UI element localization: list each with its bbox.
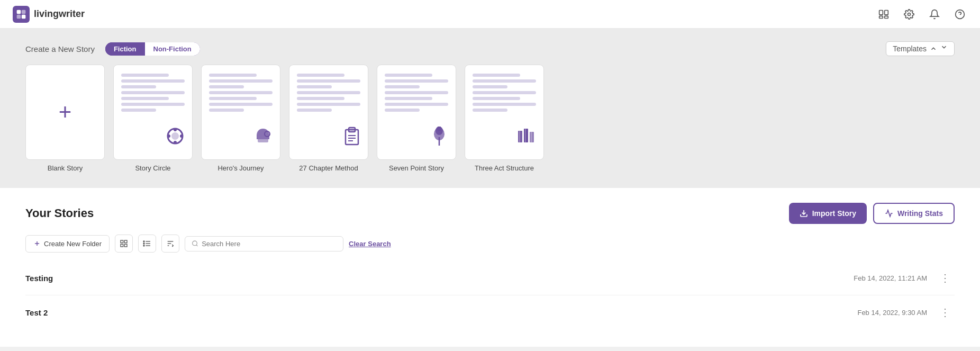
create-folder-button[interactable]: Create New Folder — [25, 235, 110, 253]
clear-search-button[interactable]: Clear Search — [349, 240, 391, 248]
app-logo[interactable]: livingwriter — [13, 6, 85, 23]
table-row: Testing Feb 14, 2022, 11:21 AM ⋮ — [25, 261, 955, 295]
chapter-method-card[interactable]: 27 Chapter Method — [289, 65, 368, 172]
svg-rect-39 — [121, 244, 123, 247]
import-icon — [800, 209, 808, 218]
chapter-method-label: 27 Chapter Method — [299, 164, 358, 172]
svg-point-8 — [908, 13, 911, 15]
non-fiction-tab[interactable]: Non-Fiction — [145, 42, 200, 56]
three-act-card[interactable]: Three Act Structure — [465, 65, 544, 172]
heros-journey-preview — [202, 65, 280, 159]
create-header: Create a New Story Fiction Non-Fiction T… — [25, 41, 955, 56]
story-cards: + Blank Story — [25, 65, 955, 172]
story-date: Feb 14, 2022, 9:30 AM — [857, 309, 927, 317]
stories-actions: Import Story Writing Stats — [789, 203, 955, 224]
sort-button[interactable] — [161, 235, 179, 253]
tree-icon — [430, 127, 448, 150]
svg-rect-4 — [879, 10, 883, 14]
blank-story-card-inner: + — [25, 65, 105, 160]
svg-rect-2 — [17, 14, 21, 19]
blank-story-card[interactable]: + Blank Story — [25, 65, 105, 172]
three-act-preview — [465, 65, 543, 159]
story-more-button[interactable]: ⋮ — [936, 304, 955, 321]
svg-rect-29 — [524, 129, 528, 142]
seven-point-card[interactable]: Seven Point Story — [377, 65, 456, 172]
svg-point-50 — [193, 241, 197, 246]
gear-icon[interactable] — [902, 7, 917, 22]
svg-rect-37 — [121, 240, 123, 243]
svg-rect-3 — [22, 14, 26, 19]
heros-journey-label: Hero's Journey — [217, 164, 264, 172]
grid-view-button[interactable] — [115, 235, 133, 253]
story-meta: Feb 14, 2022, 9:30 AM ⋮ — [857, 304, 955, 321]
three-act-label: Three Act Structure — [475, 164, 534, 172]
svg-point-15 — [167, 134, 170, 138]
search-input[interactable] — [202, 240, 337, 248]
svg-rect-28 — [518, 131, 522, 142]
fiction-tab[interactable]: Fiction — [105, 42, 145, 56]
chapter-method-card-inner — [289, 65, 368, 160]
svg-rect-30 — [530, 132, 534, 142]
search-icon — [192, 240, 198, 247]
svg-line-51 — [196, 245, 197, 246]
svg-point-16 — [180, 134, 183, 138]
list-view-button[interactable] — [138, 235, 156, 253]
story-circle-card[interactable]: Story Circle — [113, 65, 193, 172]
app-header: livingwriter — [0, 0, 980, 29]
grid-icon — [120, 239, 128, 248]
heros-journey-card-inner — [201, 65, 280, 160]
svg-rect-40 — [124, 244, 127, 247]
question-icon[interactable] — [952, 7, 967, 22]
story-name[interactable]: Test 2 — [25, 308, 48, 317]
templates-button[interactable]: Templates — [886, 41, 955, 56]
create-folder-label: Create New Folder — [44, 240, 102, 248]
circle-icon — [166, 127, 185, 150]
seven-point-label: Seven Point Story — [389, 164, 444, 172]
svg-point-12 — [171, 132, 179, 140]
svg-rect-20 — [349, 128, 355, 132]
books-icon — [517, 127, 536, 150]
header-actions — [876, 7, 967, 22]
create-title: Create a New Story — [25, 44, 95, 53]
heros-journey-card[interactable]: Hero's Journey — [201, 65, 280, 172]
stories-section: Your Stories Import Story Writing Stats — [0, 188, 980, 347]
story-circle-label: Story Circle — [135, 164, 170, 172]
writing-stats-button[interactable]: Writing Stats — [873, 203, 955, 224]
sort-icon — [166, 239, 175, 248]
logo-svg — [16, 9, 26, 20]
cards-icon[interactable] — [876, 7, 891, 22]
writing-stats-label: Writing Stats — [897, 209, 943, 218]
search-container — [185, 236, 343, 251]
chapter-method-preview — [289, 65, 368, 159]
svg-rect-6 — [879, 16, 883, 18]
app-name: livingwriter — [34, 8, 85, 20]
import-story-button[interactable]: Import Story — [789, 203, 867, 224]
plus-icon — [33, 240, 41, 247]
seven-point-preview — [377, 65, 456, 159]
svg-rect-1 — [22, 10, 26, 14]
svg-point-14 — [174, 141, 177, 144]
svg-rect-38 — [124, 240, 127, 243]
list-icon — [143, 239, 151, 248]
story-date: Feb 14, 2022, 11:21 AM — [854, 274, 927, 282]
story-name[interactable]: Testing — [25, 274, 53, 283]
clipboard-icon — [343, 127, 360, 150]
logo-icon — [13, 6, 30, 23]
bell-icon[interactable] — [927, 7, 942, 22]
svg-rect-5 — [885, 10, 888, 14]
story-meta: Feb 14, 2022, 11:21 AM ⋮ — [854, 269, 955, 286]
helmet-icon — [253, 127, 273, 150]
svg-point-13 — [174, 128, 177, 131]
templates-label: Templates — [893, 44, 927, 53]
fiction-tabs: Fiction Non-Fiction — [105, 42, 200, 56]
svg-rect-7 — [885, 16, 888, 18]
svg-point-45 — [143, 243, 144, 244]
stories-title: Your Stories — [25, 206, 94, 220]
story-circle-card-inner — [113, 65, 193, 160]
seven-point-card-inner — [377, 65, 456, 160]
story-more-button[interactable]: ⋮ — [936, 269, 955, 286]
story-list: Testing Feb 14, 2022, 11:21 AM ⋮ Test 2 … — [25, 261, 955, 329]
story-circle-preview — [114, 65, 192, 159]
import-story-label: Import Story — [812, 209, 856, 218]
table-row: Test 2 Feb 14, 2022, 9:30 AM ⋮ — [25, 295, 955, 329]
